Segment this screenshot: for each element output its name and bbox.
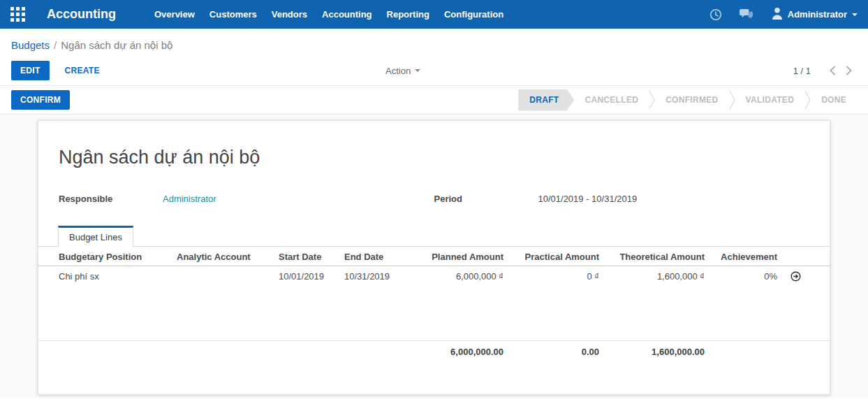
breadcrumb-separator: / <box>54 39 57 51</box>
period-field: Period 10/01/2019 - 10/31/2019 <box>434 194 810 204</box>
breadcrumb-current: Ngân sách dự án nội bộ <box>61 39 172 51</box>
messages-icon[interactable] <box>739 8 753 20</box>
avatar-icon <box>772 7 783 22</box>
menu-item-accounting[interactable]: Accounting <box>322 9 372 20</box>
cell-practical-amount[interactable]: 0 ₫ <box>507 266 603 286</box>
tab-budget-lines[interactable]: Budget Lines <box>58 226 133 247</box>
step-chevron-icon <box>804 90 811 110</box>
col-start-date[interactable]: Start Date <box>271 247 327 266</box>
clock-icon[interactable] <box>709 8 722 21</box>
status-step-confirmed[interactable]: CONFIRMED <box>655 95 728 105</box>
col-end-date[interactable]: End Date <box>327 247 390 266</box>
total-practical: 0.00 <box>507 340 603 363</box>
chevron-down-icon <box>852 13 858 16</box>
navbar-right: Administrator <box>693 7 858 22</box>
col-open <box>781 247 831 266</box>
empty-rows-area <box>38 286 831 340</box>
total-planned: 6,000,000.00 <box>390 340 507 363</box>
control-panel-buttons: EDIT CREATE Action 1 / 1 <box>0 56 868 85</box>
menu-item-customers[interactable]: Customers <box>209 9 257 20</box>
open-record-icon[interactable] <box>790 271 801 282</box>
col-practical-amount[interactable]: Practical Amount <box>507 247 603 266</box>
notebook: Budget Lines Budgetary Position Analytic… <box>38 226 830 363</box>
menu-item-overview[interactable]: Overview <box>154 9 195 20</box>
period-label: Period <box>434 194 538 204</box>
col-theoretical-amount[interactable]: Theoretical Amount <box>603 247 708 266</box>
cell-planned-amount[interactable]: 6,000,000 ₫ <box>390 266 507 286</box>
col-planned-amount[interactable]: Planned Amount <box>390 247 507 266</box>
period-value: 10/01/2019 - 10/31/2019 <box>538 194 638 204</box>
chevron-down-icon <box>415 69 420 72</box>
action-dropdown[interactable]: Action <box>385 56 420 85</box>
total-theoretical: 1,600,000.00 <box>603 340 708 363</box>
status-step-validated[interactable]: VALIDATED <box>735 95 805 105</box>
status-step-cancelled[interactable]: CANCELLED <box>574 95 649 105</box>
action-dropdown-label: Action <box>385 66 411 76</box>
col-budgetary-position[interactable]: Budgetary Position <box>38 247 173 266</box>
fields-row: Responsible Administrator Period 10/01/2… <box>59 194 809 204</box>
responsible-value[interactable]: Administrator <box>163 194 216 204</box>
cell-achievement[interactable]: 0% <box>708 266 781 286</box>
form-sheet: Ngân sách dự án nội bộ Responsible Admin… <box>38 120 830 395</box>
pager: 1 / 1 <box>793 66 857 76</box>
pager-count: 1 / 1 <box>793 66 811 76</box>
step-chevron-icon <box>649 90 655 110</box>
statusbar: CONFIRM DRAFT CANCELLED CONFIRMED VALIDA… <box>0 86 868 114</box>
menu-item-configuration[interactable]: Configuration <box>444 9 503 20</box>
create-button[interactable]: CREATE <box>61 65 104 76</box>
table-totals-row: 6,000,000.00 0.00 1,600,000.00 <box>38 340 831 363</box>
user-name: Administrator <box>788 9 847 20</box>
status-steps: DRAFT CANCELLED CONFIRMED VALIDATED DONE <box>518 89 857 111</box>
pager-next-icon[interactable] <box>841 66 857 75</box>
user-menu[interactable]: Administrator <box>772 7 858 22</box>
cell-theoretical-amount[interactable]: 1,600,000 ₫ <box>603 266 708 286</box>
table-row[interactable]: Chi phí sx 10/01/2019 10/31/2019 6,000,0… <box>38 266 831 286</box>
responsible-field: Responsible Administrator <box>59 194 434 204</box>
confirm-button[interactable]: CONFIRM <box>11 90 70 110</box>
pager-previous-icon[interactable] <box>825 66 841 75</box>
main-menu: Overview Customers Vendors Accounting Re… <box>154 9 503 20</box>
budget-lines-table: Budgetary Position Analytic Account Star… <box>38 247 831 363</box>
top-navbar: Accounting Overview Customers Vendors Ac… <box>0 0 868 29</box>
step-chevron-icon <box>729 90 735 110</box>
cell-analytic-account[interactable] <box>173 266 271 286</box>
cell-open <box>781 266 831 286</box>
status-step-draft[interactable]: DRAFT <box>518 89 574 111</box>
app-title[interactable]: Accounting <box>47 7 116 22</box>
cell-start-date[interactable]: 10/01/2019 <box>271 266 327 286</box>
form-view-background: Ngân sách dự án nội bộ Responsible Admin… <box>0 115 868 398</box>
col-analytic-account[interactable]: Analytic Account <box>173 247 271 266</box>
menu-item-vendors[interactable]: Vendors <box>272 9 307 20</box>
menu-item-reporting[interactable]: Reporting <box>387 9 429 20</box>
col-achievement[interactable]: Achievement <box>708 247 781 266</box>
breadcrumb-parent[interactable]: Budgets <box>11 39 50 51</box>
table-header-row: Budgetary Position Analytic Account Star… <box>38 247 831 266</box>
breadcrumb: Budgets/Ngân sách dự án nội bộ <box>0 29 868 56</box>
apps-grid-icon[interactable] <box>10 7 25 22</box>
cell-budgetary-position[interactable]: Chi phí sx <box>38 266 173 286</box>
status-step-done[interactable]: DONE <box>811 95 857 105</box>
edit-button[interactable]: EDIT <box>11 61 50 80</box>
notebook-tabs: Budget Lines <box>38 226 830 247</box>
cell-end-date[interactable]: 10/31/2019 <box>327 266 390 286</box>
responsible-label: Responsible <box>59 194 163 204</box>
record-title: Ngân sách dự án nội bộ <box>59 146 830 168</box>
